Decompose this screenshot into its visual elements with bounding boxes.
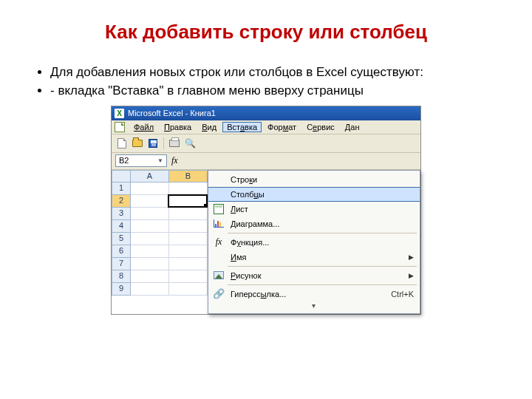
fx-icon: fx: [216, 236, 222, 248]
menu-expand[interactable]: ▾: [208, 301, 420, 312]
shortcut-label: Ctrl+K: [391, 290, 414, 299]
window-title: Microsoft Excel - Книга1: [128, 109, 216, 117]
submenu-arrow-icon: ▶: [409, 272, 414, 279]
picture-icon: [214, 271, 224, 279]
menu-item-columns[interactable]: Столбцы: [208, 187, 420, 202]
open-folder-icon: [132, 140, 143, 147]
menu-data[interactable]: Дан: [341, 122, 364, 132]
worksheet-grid[interactable]: A B 1 2 3 4 5 6 7 8 9: [112, 170, 208, 314]
cell[interactable]: [131, 283, 169, 296]
submenu-arrow-icon: ▶: [409, 253, 414, 261]
menu-separator: [228, 233, 417, 233]
active-cell[interactable]: [168, 194, 208, 208]
row-header[interactable]: 3: [112, 208, 131, 220]
save-disk-icon: [149, 139, 157, 148]
worksheet-icon: [214, 204, 224, 214]
row-header[interactable]: 8: [112, 270, 131, 283]
cell[interactable]: [131, 233, 169, 245]
name-box[interactable]: B2 ▼: [115, 154, 167, 167]
window-titlebar: X Microsoft Excel - Книга1: [112, 106, 420, 120]
cell[interactable]: [169, 208, 208, 220]
save-button[interactable]: [146, 137, 160, 150]
insert-menu-dropdown: Строки Столбцы Лист Диаграмма... fx: [208, 170, 420, 314]
menu-item-chart[interactable]: Диаграмма...: [208, 216, 420, 231]
menu-item-hyperlink[interactable]: 🔗 Гиперссылка... Ctrl+K: [208, 287, 420, 301]
row-header[interactable]: 9: [112, 283, 131, 296]
cell[interactable]: [131, 195, 168, 208]
cell[interactable]: [131, 183, 169, 195]
menu-item-name[interactable]: Имя ▶: [208, 250, 420, 265]
row-header[interactable]: 7: [112, 258, 131, 270]
cell[interactable]: [131, 245, 169, 258]
row-header[interactable]: 5: [112, 233, 131, 245]
excel-app-icon: X: [115, 109, 124, 118]
new-button[interactable]: [115, 137, 129, 150]
open-button[interactable]: [131, 137, 144, 150]
new-file-icon: [117, 138, 126, 149]
cell[interactable]: [131, 208, 169, 220]
cell[interactable]: [169, 183, 208, 195]
slide-title: Как добавить строку или столбец: [35, 21, 497, 44]
cell[interactable]: [169, 245, 208, 258]
hyperlink-icon: 🔗: [213, 288, 225, 299]
column-header-a[interactable]: A: [131, 170, 169, 183]
cell[interactable]: [169, 258, 208, 270]
bullet-item: Для добавления новых строк или столбцов …: [50, 64, 497, 81]
cell[interactable]: [169, 283, 208, 296]
menu-file[interactable]: Файл: [129, 122, 158, 132]
menu-insert[interactable]: Вставка: [222, 122, 262, 132]
cell[interactable]: [131, 270, 169, 283]
printer-icon: [169, 140, 180, 147]
toolbar-separator: [163, 137, 164, 149]
print-button[interactable]: [168, 137, 181, 150]
row-header[interactable]: 1: [112, 183, 131, 195]
row-header[interactable]: 2: [112, 195, 131, 208]
column-header-b[interactable]: B: [169, 170, 208, 183]
dropdown-icon: ▼: [157, 157, 163, 164]
select-all-corner[interactable]: [112, 170, 131, 183]
bullet-list: Для добавления новых строк или столбцов …: [35, 64, 497, 100]
cell[interactable]: [169, 233, 208, 245]
magnifier-icon: 🔍: [185, 138, 196, 149]
print-preview-button[interactable]: 🔍: [183, 137, 197, 150]
cell[interactable]: [169, 270, 208, 283]
menu-item-function[interactable]: fx Функция...: [208, 235, 420, 250]
cell[interactable]: [131, 258, 169, 270]
cell[interactable]: [169, 220, 208, 233]
standard-toolbar: 🔍: [112, 134, 420, 153]
formula-bar: B2 ▼ fx: [112, 153, 420, 170]
name-box-value: B2: [119, 156, 129, 165]
document-icon: [115, 122, 125, 132]
row-header[interactable]: 4: [112, 220, 131, 233]
excel-screenshot: X Microsoft Excel - Книга1 Файл Правка В…: [111, 106, 421, 315]
chart-icon: [214, 219, 224, 228]
cell[interactable]: [131, 220, 169, 233]
menu-bar: Файл Правка Вид Вставка Формат Сервис Да…: [112, 120, 420, 134]
fx-label[interactable]: fx: [171, 155, 178, 166]
menu-item-rows[interactable]: Строки: [208, 172, 420, 187]
menu-separator: [228, 266, 417, 267]
menu-separator: [228, 284, 417, 285]
menu-item-sheet[interactable]: Лист: [208, 202, 420, 216]
bullet-item: - вкладка "Вставка" в главном меню вверх…: [50, 83, 497, 100]
row-header[interactable]: 6: [112, 245, 131, 258]
menu-edit[interactable]: Правка: [160, 122, 196, 132]
menu-view[interactable]: Вид: [197, 122, 221, 132]
menu-tools[interactable]: Сервис: [302, 122, 339, 132]
menu-item-picture[interactable]: Рисунок ▶: [208, 268, 420, 283]
menu-format[interactable]: Формат: [263, 122, 301, 132]
